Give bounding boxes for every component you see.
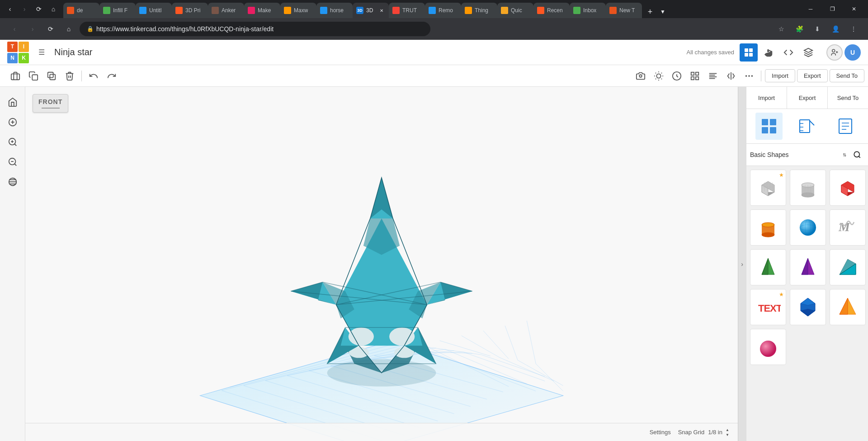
shape-scribble[interactable]: M (830, 209, 866, 246)
search-icon (853, 151, 861, 159)
duplicate-icon (47, 71, 57, 81)
zoom-in-button[interactable] (5, 134, 21, 150)
user-avatar[interactable]: U (844, 44, 861, 61)
panel-collapse-handle[interactable]: › (738, 87, 746, 441)
shape-red-box[interactable] (830, 170, 866, 206)
undo-button[interactable] (85, 68, 102, 84)
mirror-button[interactable] (723, 68, 739, 84)
shape-selector-dropdown[interactable]: ⇅ (841, 151, 848, 158)
tab-newt[interactable]: New T (606, 3, 642, 18)
svg-point-33 (748, 75, 750, 77)
menu-icon[interactable]: ⋮ (846, 22, 861, 36)
perspective-button[interactable] (5, 174, 21, 190)
layers-button[interactable] (799, 43, 817, 62)
home-button[interactable]: ⌂ (61, 22, 76, 36)
hand-tool-button[interactable] (760, 43, 778, 62)
shape-cylinder[interactable] (790, 170, 826, 206)
tab-inbox[interactable]: Inbox (570, 3, 606, 18)
tab-maxw[interactable]: Maxw (280, 3, 316, 18)
shape-green-pyramid[interactable] (750, 249, 786, 285)
shape-orange-cylinder[interactable] (750, 209, 786, 246)
import-button[interactable]: Import (765, 69, 795, 82)
redo-button[interactable] (104, 68, 120, 84)
panel-import-button[interactable]: Import (746, 87, 787, 109)
extensions-icon[interactable]: 🧩 (792, 22, 807, 36)
settings-label[interactable]: Settings (650, 429, 671, 436)
tab-label: Make (258, 7, 271, 14)
shape-box[interactable]: ★ (750, 170, 786, 206)
light-button[interactable] (651, 68, 667, 84)
minimize-button[interactable]: ─ (800, 2, 821, 16)
fit-icon (8, 117, 18, 127)
undo-icon (89, 71, 99, 81)
tab-infill[interactable]: Infill F (99, 3, 136, 18)
more-tools-button[interactable] (741, 68, 757, 84)
shape-helper-button[interactable] (669, 68, 685, 84)
align-button[interactable] (705, 68, 721, 84)
shape-text[interactable]: ★ TEXT (750, 289, 786, 325)
tab-anker[interactable]: Anker (208, 3, 244, 18)
export-button[interactable]: Export (797, 69, 828, 82)
shape-blue-gem[interactable] (790, 289, 826, 325)
copy-button[interactable] (25, 68, 42, 84)
download-icon[interactable]: ⬇ (810, 22, 825, 36)
back-icon[interactable]: ‹ (4, 3, 16, 15)
tab-horse[interactable]: horse (316, 3, 353, 18)
shape-magenta-sphere[interactable] (750, 329, 786, 365)
panel-export-button[interactable]: Export (787, 87, 828, 109)
panel-ruler-view-icon[interactable] (793, 113, 821, 140)
shape-teal-wedge[interactable] (830, 249, 866, 285)
tab-de[interactable]: de (63, 3, 99, 18)
tinkercad-logo[interactable]: T I N K (7, 42, 29, 63)
code-button[interactable] (779, 43, 797, 62)
cylinder-shape-svg (795, 175, 821, 200)
forward-button[interactable]: › (25, 22, 40, 36)
grid-settings-button[interactable] (687, 68, 703, 84)
maximize-button[interactable]: ❐ (822, 2, 843, 16)
zoom-out-button[interactable] (5, 154, 21, 170)
grid-view-button[interactable] (740, 43, 758, 62)
snap-down-arrow[interactable]: ▼ (724, 432, 731, 437)
tab-remo[interactable]: Remo (425, 3, 461, 18)
ninja-star-3d[interactable] (291, 178, 472, 373)
panel-grid-view-icon[interactable] (755, 113, 783, 140)
tab-3d-active[interactable]: 3D 3D ✕ (353, 3, 389, 18)
tab-trut[interactable]: TRUT (389, 3, 425, 18)
tab-make[interactable]: Make (244, 3, 280, 18)
camera-view-button[interactable] (632, 68, 649, 84)
new-tab-button[interactable]: + (644, 5, 656, 18)
shape-sphere[interactable] (790, 209, 826, 246)
home-view-button[interactable] (5, 94, 21, 110)
tab-thing[interactable]: Thing (461, 3, 497, 18)
refresh-icon[interactable]: ⟳ (33, 3, 45, 15)
shape-search-button[interactable] (850, 147, 864, 162)
snap-up-arrow[interactable]: ▲ (724, 427, 731, 432)
fit-view-button[interactable] (5, 114, 21, 130)
shape-purple-pyramid[interactable] (790, 249, 826, 285)
profile-icon[interactable]: 👤 (828, 22, 843, 36)
add-user-button[interactable] (826, 44, 843, 61)
panel-send-to-button[interactable]: Send To (828, 87, 868, 109)
tab-close-icon[interactable]: ✕ (378, 7, 385, 14)
delete-button[interactable] (61, 68, 78, 84)
tab-quic[interactable]: Quic (497, 3, 533, 18)
hamburger-button[interactable]: ☰ (34, 45, 49, 60)
tab-untitled[interactable]: Untitl (136, 3, 172, 18)
send-to-button[interactable]: Send To (830, 69, 864, 82)
group-button[interactable] (7, 68, 24, 84)
duplicate-button[interactable] (43, 68, 60, 84)
reload-button[interactable]: ⟳ (43, 22, 58, 36)
close-button[interactable]: ✕ (844, 2, 864, 16)
panel-notes-view-icon[interactable] (832, 113, 859, 140)
home-icon[interactable]: ⌂ (47, 3, 60, 15)
tab-3dprint[interactable]: 3D Pri (172, 3, 208, 18)
forward-icon[interactable]: › (18, 3, 31, 15)
tab-recen[interactable]: Recen (533, 3, 570, 18)
back-button[interactable]: ‹ (7, 22, 22, 36)
address-input[interactable]: 🔒 https://www.tinkercad.com/things/hL0Rf… (80, 22, 430, 36)
bookmark-icon[interactable]: ☆ (774, 22, 788, 36)
shape-yellow-pyramid[interactable] (830, 289, 866, 325)
svg-line-113 (810, 121, 814, 125)
canvas-area[interactable]: FRONT (25, 87, 738, 441)
tab-list-button[interactable]: ▼ (656, 5, 669, 18)
